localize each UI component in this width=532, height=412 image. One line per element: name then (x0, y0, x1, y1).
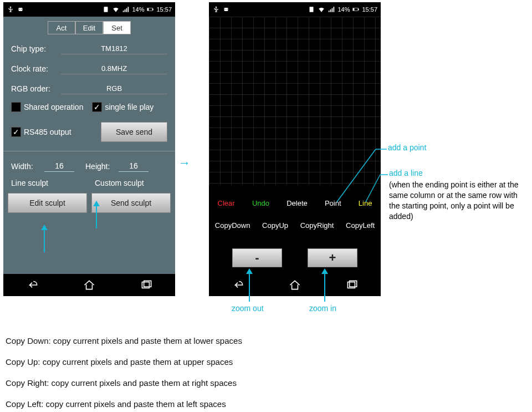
delete-button[interactable]: Delete (284, 197, 310, 210)
time-text: 15:57 (362, 6, 377, 13)
svg-line-24 (366, 175, 380, 202)
svg-point-1 (19, 9, 20, 9)
copy-down-button[interactable]: CopyDown (213, 219, 253, 232)
copy-actions-row: CopyDown CopyUp CopyRight CopyLeft (209, 219, 381, 232)
checkbox-unchecked-icon (11, 102, 21, 112)
width-input[interactable]: 16 (44, 160, 74, 172)
add-point-annotation: add a point (388, 143, 426, 152)
svg-rect-0 (19, 8, 23, 11)
tab-set[interactable]: Set (103, 21, 131, 34)
svg-rect-5 (153, 9, 154, 10)
height-label: Height: (85, 162, 119, 171)
single-file-label: single file play (105, 103, 154, 111)
statusbar: 14% 15:57 (209, 2, 381, 17)
doc-copy-up: Copy Up: copy current pixels and paste t… (6, 357, 233, 367)
svg-rect-9 (224, 8, 228, 11)
annotation-line (366, 172, 388, 204)
battery-icon (146, 6, 154, 13)
doc-copy-down: Copy Down: copy current pixels and paste… (6, 336, 242, 345)
svg-marker-27 (246, 268, 253, 274)
chip-type-label: Chip type: (11, 44, 61, 53)
robot-icon (222, 6, 230, 13)
svg-marker-19 (41, 225, 48, 230)
add-line-annotation: add a line (389, 169, 423, 177)
clock-rate-value[interactable]: 0.8MHZ (61, 63, 167, 74)
svg-point-10 (225, 9, 226, 9)
clear-button[interactable]: Clear (216, 197, 237, 210)
undo-button[interactable]: Undo (250, 197, 272, 210)
wifi-icon (112, 6, 120, 13)
arrow-up-icon (319, 268, 330, 302)
svg-point-11 (227, 9, 227, 9)
checkbox-checked-icon: ✓ (11, 127, 21, 137)
svg-rect-12 (310, 7, 314, 12)
zoom-out-annotation: zoom out (232, 304, 264, 313)
arrow-up-icon (244, 268, 255, 302)
rgb-order-value[interactable]: RGB (61, 83, 167, 94)
android-navbar (3, 274, 175, 296)
checkbox-checked-icon: ✓ (92, 102, 102, 112)
shared-op-label: Shared operation (24, 103, 83, 111)
recent-icon[interactable] (139, 278, 154, 292)
save-send-button[interactable]: Save send (101, 122, 167, 142)
left-phone-screenshot: 14% 15:57 Act Edit Set Chip type: TM1812… (3, 2, 175, 296)
clock-rate-label: Clock rate: (11, 64, 61, 73)
zoom-out-button[interactable]: - (232, 248, 282, 267)
send-sculpt-button[interactable]: Send sculpt (91, 193, 171, 213)
battery-text: 14% (337, 6, 350, 13)
divider (3, 151, 175, 151)
sim-icon (308, 6, 315, 13)
svg-point-2 (21, 9, 22, 9)
back-icon[interactable] (231, 278, 245, 292)
back-icon[interactable] (25, 278, 39, 292)
svg-rect-15 (354, 8, 355, 11)
rgb-order-row: RGB order: RGB (3, 79, 175, 99)
tab-edit[interactable]: Edit (75, 21, 103, 34)
rgb-order-label: RGB order: (11, 84, 61, 93)
shared-operation-check[interactable]: Shared operation (11, 102, 83, 112)
svg-rect-3 (104, 7, 108, 12)
home-icon[interactable] (82, 278, 96, 292)
tab-row: Act Edit Set (3, 17, 175, 39)
robot-icon (17, 6, 24, 13)
svg-marker-21 (93, 201, 100, 206)
sim-icon (102, 6, 110, 13)
edit-sculpt-button[interactable]: Edit sculpt (8, 193, 87, 213)
chip-type-row: Chip type: TM1812 (3, 39, 175, 59)
home-icon[interactable] (288, 278, 302, 292)
svg-marker-29 (321, 268, 328, 274)
usb-icon (212, 6, 220, 13)
recent-icon[interactable] (345, 278, 359, 292)
svg-rect-14 (359, 9, 359, 10)
width-label: Width: (11, 162, 44, 171)
custom-sculpt-label: Custom sculpt (84, 179, 167, 187)
statusbar: 14% 15:57 (3, 2, 175, 17)
single-file-check[interactable]: ✓ single file play (92, 102, 154, 112)
arrow-up-icon (91, 201, 102, 228)
doc-copy-right: Copy Right: copy current pixels and past… (6, 378, 237, 388)
time-text: 15:57 (156, 6, 172, 13)
usb-icon (7, 6, 14, 13)
signal-icon (328, 6, 335, 13)
tab-act[interactable]: Act (48, 21, 75, 34)
arrow-right-icon: → (178, 156, 191, 170)
clock-rate-row: Clock rate: 0.8MHZ (3, 59, 175, 79)
copy-right-button[interactable]: CopyRight (298, 219, 336, 232)
copy-up-button[interactable]: CopyUp (260, 219, 290, 232)
svg-rect-6 (148, 8, 149, 11)
battery-text: 14% (132, 6, 144, 13)
doc-copy-left: Copy Left: copy current pixels and paste… (6, 399, 226, 409)
chip-type-value[interactable]: TM1812 (61, 43, 167, 54)
signal-icon (122, 6, 130, 13)
rs485-check[interactable]: ✓ RS485 output (11, 127, 71, 137)
height-input[interactable]: 16 (119, 160, 149, 172)
copy-left-button[interactable]: CopyLeft (344, 219, 377, 232)
battery-icon (352, 6, 360, 13)
line-sculpt-label: Line sculpt (11, 179, 84, 187)
rs485-label: RS485 output (24, 128, 71, 136)
android-navbar (209, 274, 381, 296)
zoom-in-button[interactable]: + (308, 248, 357, 267)
add-line-note: (when the ending point is either at the … (389, 180, 528, 222)
zoom-in-annotation: zoom in (309, 304, 336, 313)
arrow-up-icon (39, 225, 50, 252)
